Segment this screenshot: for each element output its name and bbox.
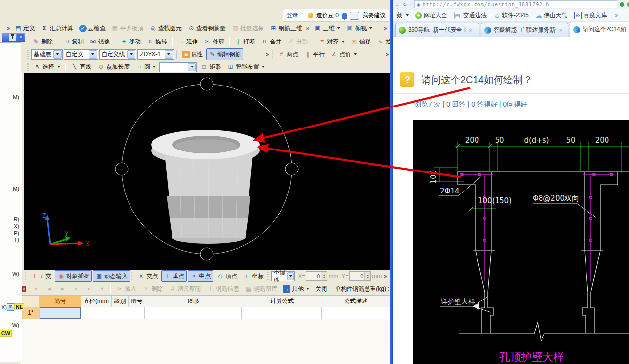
panel-item-partial[interactable]: R) [13, 216, 19, 222]
bookmark-item[interactable]: ☁佛山天气 [536, 11, 567, 20]
toolbar-overflow-icon[interactable]: » [6, 25, 11, 32]
object-snap-button[interactable]: ◉对象捕捉 [55, 270, 92, 282]
orbit-handle-top[interactable] [200, 78, 213, 90]
point-angle-button[interactable]: ∠点角 [328, 48, 359, 60]
table-icon[interactable]: ⊞ [7, 303, 14, 311]
extension-icon[interactable] [620, 2, 624, 7]
dynamic-input-button[interactable]: ▣动态输入 [93, 270, 130, 282]
tab-close-icon[interactable]: × [468, 27, 472, 33]
bookmark-item[interactable]: +网址大全 [415, 11, 447, 20]
edit-rebar-button[interactable]: ✎编辑钢筋 [206, 48, 243, 60]
toolbar-grip[interactable] [27, 50, 29, 59]
midpoint-snap-button[interactable]: •中点 [188, 270, 213, 282]
combo-caret[interactable] [89, 50, 97, 59]
cloud-check-button[interactable]: ✓云检查 [77, 22, 108, 34]
combo-caret[interactable] [287, 272, 294, 280]
col-header[interactable]: 筋号 [40, 296, 81, 307]
bookmarks-overflow-icon[interactable]: » [614, 12, 619, 19]
col-header[interactable]: 图形 [145, 296, 242, 307]
trim-button[interactable]: ✂修剪 [201, 36, 227, 47]
circle-button[interactable]: ○圆 [133, 61, 158, 73]
x-coord-stepper[interactable]: 0 [306, 271, 327, 281]
bookmark-item[interactable]: ※百度文库 [574, 11, 607, 20]
define-button[interactable]: ▤定义 [12, 22, 38, 34]
favorites-menu[interactable]: 藏 [396, 11, 409, 20]
break-button[interactable]: ∦打断 [232, 36, 258, 47]
cell-jin-hao[interactable] [40, 307, 81, 319]
cell-formula[interactable] [242, 307, 322, 319]
tab-glodon-qa[interactable]: 答疑解惑_广联达服务新干 × [481, 23, 568, 37]
two-point-button[interactable]: #两点 [275, 48, 301, 60]
toolbar-grip[interactable] [272, 50, 273, 59]
login-link[interactable]: 登录 [286, 11, 298, 20]
line-type-select[interactable]: 自定义线 [99, 49, 137, 60]
parallel-button[interactable]: ∥平行 [302, 48, 327, 60]
summary-calc-button[interactable]: Σ汇总计算 [39, 22, 76, 34]
pipe-collar-model[interactable] [151, 130, 260, 244]
properties-button[interactable]: ≡属性 [180, 48, 205, 60]
element-select[interactable]: 自定义 [64, 49, 98, 60]
cell-fig-no[interactable] [128, 307, 145, 319]
col-header[interactable]: 公式描述 [322, 296, 390, 307]
panel-item-partial[interactable]: M) [13, 186, 19, 192]
offset-mode-select[interactable]: 不偏移 [271, 271, 295, 281]
panel-item-partial[interactable]: T) [14, 237, 19, 243]
bookmark-item[interactable]: ▤交通违法 [454, 11, 487, 20]
view-3d-button[interactable]: ▣三维 [311, 22, 343, 34]
style-select[interactable] [159, 62, 197, 72]
intersection-snap-button[interactable]: ×交点 [135, 270, 160, 282]
move-button[interactable]: +移动 [118, 36, 143, 47]
tab-close-icon[interactable]: × [559, 27, 563, 33]
panel-item-partial[interactable]: X) [14, 223, 19, 229]
cell-grade[interactable] [111, 307, 128, 319]
toolbar-overflow-icon[interactable]: » [383, 25, 388, 32]
view-rebar-qty-button[interactable]: ⊙查看钢筋量 [185, 22, 228, 34]
model-viewport[interactable]: Z Y X [24, 73, 390, 270]
extend-button[interactable]: →延伸 [175, 36, 200, 47]
cell-figure[interactable] [145, 307, 242, 319]
smart-layout-button[interactable]: ⊞智能布置 [224, 61, 267, 73]
rectangle-button[interactable]: □矩形 [198, 61, 223, 73]
col-header[interactable]: 计算公式 [242, 296, 322, 307]
bookmark-item[interactable]: ⌂软件-2345 [494, 11, 529, 20]
close-grid-button[interactable]: 关闭 [313, 283, 329, 295]
back-icon[interactable]: ← [395, 2, 400, 7]
rotate-button[interactable]: ↻旋转 [144, 36, 170, 47]
merge-button[interactable]: ∪合并 [259, 36, 284, 47]
ortho-button[interactable]: ⊥正交 [28, 270, 54, 282]
col-header[interactable]: 图号 [129, 296, 145, 307]
toolbar-grip[interactable] [27, 63, 29, 71]
home-icon[interactable]: ⌂ [409, 2, 412, 7]
coin-count[interactable]: 造价豆:0 [316, 11, 339, 20]
panel-item-partial[interactable]: W) [12, 271, 19, 277]
cell-diameter[interactable] [81, 307, 111, 319]
tab-360-nav[interactable]: 360导航_新一代安全上网导 × [395, 23, 479, 37]
combo-caret[interactable] [53, 50, 62, 59]
panel-item-partial[interactable]: M) [13, 94, 19, 100]
cell-formula-desc[interactable] [322, 307, 389, 319]
toolbar-grip[interactable] [131, 272, 132, 280]
vertex-snap-button[interactable]: ◇顶点 [214, 270, 239, 282]
grid-close-icon[interactable]: × [22, 286, 26, 292]
perpendicular-snap-button[interactable]: ⊥垂点 [161, 270, 187, 282]
delete-button[interactable]: ✎删除 [30, 36, 55, 47]
rebar-3d-button[interactable]: ⊞钢筋三维 [267, 22, 304, 34]
tab-question-active[interactable]: 请问这个2C14如 [570, 22, 629, 37]
refresh-icon[interactable]: ↻ [403, 2, 407, 7]
align-button[interactable]: ≡对齐 [316, 36, 347, 47]
line-button[interactable]: ╲直线 [68, 61, 94, 73]
address-bar[interactable]: ◉ http://c.fwxgx.com/question_1881792.h [414, 0, 617, 8]
element-name-select[interactable]: ZDYX-1 [137, 49, 174, 60]
col-header[interactable]: 直径(mm) [81, 296, 112, 307]
toolbar-overflow-icon[interactable]: » [383, 273, 388, 279]
combo-caret[interactable] [127, 50, 135, 59]
panel-item-partial[interactable]: P) [14, 230, 19, 236]
other-menu-button[interactable]: →其他 [281, 283, 312, 295]
y-coord-stepper[interactable]: 0 [349, 271, 371, 281]
col-header[interactable]: 级别 [112, 296, 129, 307]
combo-caret[interactable] [188, 63, 196, 71]
pin-button[interactable] [9, 34, 16, 41]
coordinate-button[interactable]: +坐标 [240, 270, 266, 282]
find-element-button[interactable]: ◎查找图元 [147, 22, 184, 34]
point-length-button[interactable]: ⊕点加长度 [95, 61, 132, 73]
